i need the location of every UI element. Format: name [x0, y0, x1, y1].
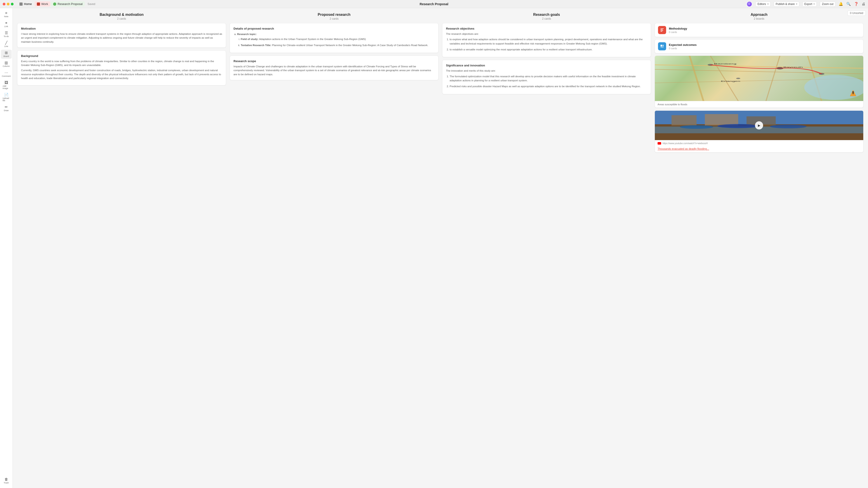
sidebar-item-comment[interactable]: ⋯ Comment [1, 70, 12, 78]
zoom-out-button[interactable]: Zoom out [820, 2, 835, 6]
column-subtitle-proposed: 2 cards [230, 17, 438, 20]
field-label: Field of study: Adaptation actions in th… [241, 38, 366, 40]
card-objectives-list: to explore what and how adaption actions… [446, 37, 647, 52]
trash-icon: 🗑 [4, 478, 8, 481]
tab-home[interactable]: Home [17, 1, 34, 6]
todo-icon: ☰ [5, 31, 8, 35]
sidebar-item-note[interactable]: ≡ Note [1, 10, 12, 19]
title-label: Tentative Research Title: Planning for C… [241, 44, 428, 46]
publish-share-button[interactable]: Publish & share ▾ [774, 2, 799, 6]
sidebar-item-add-image[interactable]: 🖼 Add image [1, 79, 12, 91]
help-icon[interactable]: ❓ [854, 2, 859, 6]
sidebar-item-board[interactable]: ⊞ Board [1, 50, 12, 59]
svg-rect-23 [852, 92, 854, 94]
column-approach: Approach 2 boards Methodology 0 cards [655, 13, 864, 155]
canvas: 0 Unsorted Background & motivation 2 car… [13, 8, 868, 488]
editors-button[interactable]: Editors ▾ [755, 2, 770, 6]
column-header-goals: Research goals 2 cards [442, 13, 651, 20]
notifications-icon[interactable]: 🔔 [839, 2, 843, 6]
chevron-down-icon: ▾ [796, 3, 797, 5]
map-background: Bamberg Bayreuth Erlangen [655, 56, 863, 101]
avatar-group: E [746, 1, 752, 7]
print-icon[interactable]: 🖨 [862, 2, 865, 6]
card-scope-body: Impacts of Climate Change and challenges… [234, 65, 435, 76]
work-icon [37, 2, 40, 6]
rp-icon [53, 2, 56, 6]
minimize-button[interactable] [7, 3, 9, 5]
tab-work-label: Work [41, 2, 48, 6]
card-significance-intro: The innovation and merits of this study … [446, 69, 647, 73]
add-image-icon: 🖼 [4, 81, 8, 85]
card-motivation: Motivation I have strong interest in exp… [17, 23, 226, 48]
svg-point-32 [717, 124, 759, 128]
sidebar-item-upload-file[interactable]: 📄 Upload file [1, 92, 12, 103]
card-objectives: Research objectives The research objecti… [442, 23, 651, 57]
svg-point-16 [736, 78, 740, 79]
tab-rp-label: Research Proposal [58, 2, 83, 6]
maximize-button[interactable] [11, 3, 13, 5]
card-objectives-title: Research objectives [446, 27, 647, 30]
titlebar: Home Work Research Proposal Saved Resear… [0, 0, 868, 8]
app-body: ≡ Note ⚭ Link ☰ To-do ╱ Line ⊞ Board ▥ C… [0, 8, 868, 488]
svg-rect-3 [660, 31, 662, 32]
list-item: to establish a versatile model optimizin… [450, 47, 647, 52]
note-icon: ≡ [5, 11, 7, 15]
sidebar-item-column[interactable]: ▥ Column [1, 60, 12, 69]
card-details: Details of proposed research Research to… [230, 23, 438, 53]
card-motivation-body: I have strong interest in exploring how … [21, 32, 222, 44]
board-item-expected[interactable]: Expected outcomes 0 cards [655, 39, 864, 53]
svg-rect-6 [660, 47, 664, 47]
svg-point-31 [680, 125, 713, 129]
sidebar-item-trash[interactable]: 🗑 Trash [1, 476, 12, 485]
chevron-down-icon: ▾ [813, 3, 815, 5]
list-item: The formulated optimization model that t… [450, 74, 647, 83]
traffic-lights [3, 3, 13, 5]
tab-work[interactable]: Work [35, 1, 51, 6]
svg-rect-4 [660, 45, 662, 46]
methodology-icon [658, 26, 666, 34]
unsorted-button[interactable]: 0 Unsorted [847, 10, 866, 16]
page-title: Research Proposal [420, 2, 448, 6]
svg-rect-2 [660, 30, 663, 31]
link-icon: ⚭ [5, 21, 8, 25]
board-item-methodology[interactable]: Methodology 0 cards [655, 23, 864, 37]
card-background-body1: Every country in the world is now suffer… [21, 59, 222, 80]
svg-rect-28 [705, 114, 738, 125]
tab-research-proposal[interactable]: Research Proposal [51, 1, 85, 6]
svg-text:Bamberg: Bamberg [714, 63, 737, 65]
card-motivation-title: Motivation [21, 27, 222, 30]
map-image: Bamberg Bayreuth Erlangen [655, 56, 863, 101]
line-icon: ╱ [5, 41, 7, 45]
home-icon [20, 2, 23, 6]
close-button[interactable] [3, 3, 5, 5]
column-header-approach: Approach 2 boards [655, 13, 864, 20]
card-significance-title: Significance and innovation [446, 64, 647, 67]
column-title-proposed: Proposed research [230, 13, 438, 17]
export-button[interactable]: Export ▾ [802, 2, 817, 6]
column-subtitle-background: 2 cards [17, 17, 226, 20]
sidebar-item-todo[interactable]: ☰ To-do [1, 30, 12, 39]
media-card-video[interactable]: ▶ https://www.youtube.com/watch?v=wiebos… [655, 110, 864, 153]
svg-rect-1 [660, 29, 663, 30]
traffic-sign [850, 90, 857, 96]
svg-rect-24 [852, 92, 854, 92]
column-goals: Research goals 2 cards Research objectiv… [442, 13, 651, 155]
avatar: E [746, 1, 752, 7]
column-subtitle-approach: 2 boards [655, 17, 864, 20]
play-button[interactable]: ▶ [755, 121, 763, 129]
map-roads-svg: Bamberg Bayreuth Erlangen [655, 56, 863, 101]
sidebar-item-line[interactable]: ╱ Line [1, 40, 12, 49]
titlebar-actions: E Editors ▾ Publish & share ▾ Export ▾ Z… [746, 1, 865, 7]
sidebar-item-draw[interactable]: ✏ Draw [1, 104, 12, 113]
svg-rect-5 [663, 45, 664, 46]
video-thumbnail[interactable]: ▶ [655, 111, 863, 140]
video-title-link[interactable]: Thousands evacuated as deadly flooding..… [655, 147, 863, 152]
map-caption: Areas susceptible to floods [655, 101, 863, 107]
svg-line-12 [690, 56, 704, 101]
media-card-map: Bamberg Bayreuth Erlangen [655, 56, 864, 108]
methodology-title: Methodology [669, 27, 687, 30]
search-icon[interactable]: 🔍 [846, 2, 851, 6]
expected-info: Expected outcomes 0 cards [669, 43, 697, 50]
methodology-info: Methodology 0 cards [669, 27, 687, 33]
sidebar-item-link[interactable]: ⚭ Link [1, 20, 12, 29]
